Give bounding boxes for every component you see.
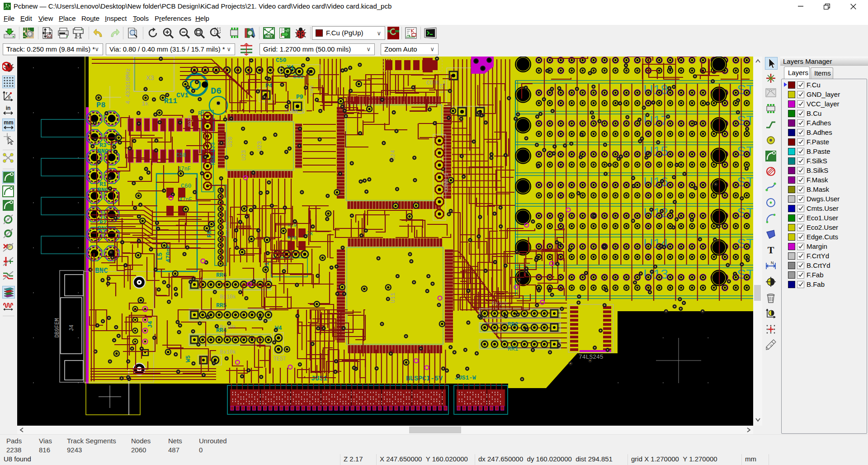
svg-text:U11: U11 — [390, 292, 396, 303]
svg-text:BNC: BNC — [95, 267, 108, 275]
svg-text:J4: J4 — [147, 321, 154, 328]
svg-text:R11: R11 — [164, 97, 177, 105]
svg-text:N: N — [771, 261, 774, 265]
svg-text:RR8 U23: RR8 U23 — [210, 142, 217, 165]
svg-text:7368: 7368 — [309, 85, 315, 97]
svg-text:47nF: 47nF — [179, 197, 192, 203]
svg-text:C50: C50 — [276, 57, 287, 64]
svg-text:8x10k: 8x10k — [220, 294, 236, 300]
svg-text:P9: P9 — [296, 94, 303, 100]
svg-text:P8: P8 — [96, 101, 105, 109]
svg-text:RR2: RR2 — [508, 321, 518, 328]
svg-text:1k: 1k — [142, 100, 149, 107]
svg-text:in: in — [6, 105, 11, 111]
svg-text:8x10k: 8x10k — [220, 349, 236, 356]
svg-text:CONN_1: CONN_1 — [443, 173, 450, 192]
svg-text:BNC: BNC — [98, 148, 108, 155]
svg-text:CV1: CV1 — [176, 92, 189, 100]
svg-text:4.433618MHz: 4.433618MHz — [125, 68, 132, 104]
svg-text:R28: R28 — [288, 235, 297, 241]
svg-text:C58: C58 — [176, 152, 186, 159]
svg-text:P4: P4 — [265, 82, 273, 89]
svg-text:J4: J4 — [69, 325, 75, 331]
svg-text:TEST: TEST — [273, 356, 286, 362]
svg-text:CONN_1: CONN_1 — [426, 80, 446, 86]
svg-text:T: T — [768, 244, 774, 256]
svg-text:U23: U23 — [241, 150, 247, 161]
svg-text:D6: D6 — [211, 86, 222, 96]
svg-text:C60: C60 — [181, 183, 191, 190]
svg-text:X3: X3 — [146, 75, 154, 82]
svg-text:RR1: RR1 — [508, 346, 519, 352]
svg-text:r: r — [6, 91, 8, 95]
svg-text:DB9FEM: DB9FEM — [54, 318, 61, 337]
svg-text:U20: U20 — [227, 137, 234, 147]
svg-text:θ: θ — [8, 95, 10, 100]
svg-text:JUS1: JUS1 — [311, 375, 327, 383]
svg-text:U23: U23 — [256, 141, 263, 152]
svg-text:W5: W5 — [185, 355, 192, 362]
svg-text:BNC: BNC — [98, 187, 108, 194]
svg-text:mm: mm — [4, 119, 13, 126]
svg-text:L5: L5 — [156, 252, 164, 260]
svg-text:NET: NET — [265, 34, 273, 38]
